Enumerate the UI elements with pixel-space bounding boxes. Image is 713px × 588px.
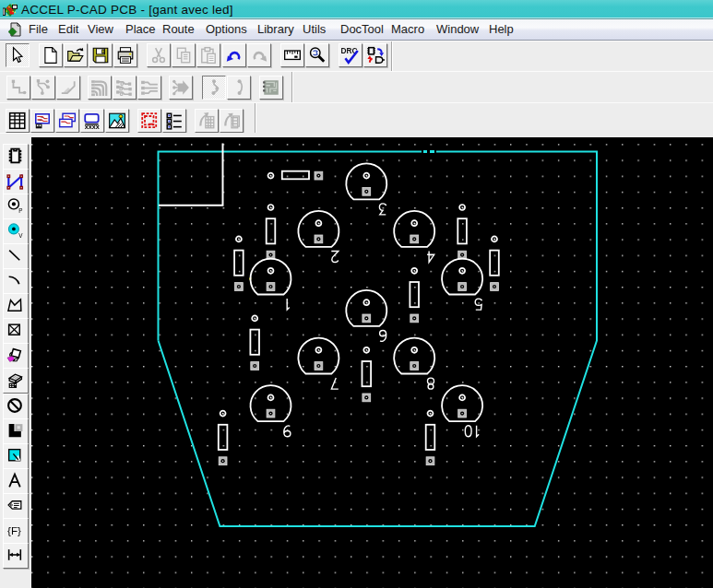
svg-text:{F}: {F} [7, 524, 21, 536]
svg-text:xxxx: xxxx [85, 123, 100, 130]
svg-text:V: V [18, 232, 23, 239]
svg-text:P: P [18, 207, 22, 214]
